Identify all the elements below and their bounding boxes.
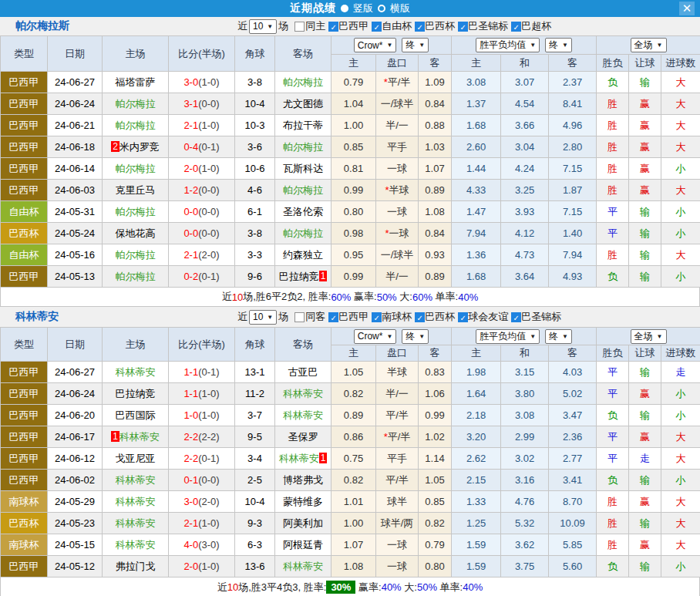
same-venue-checkbox[interactable] xyxy=(294,22,305,32)
league-checkbox[interactable]: ✓ xyxy=(458,312,468,322)
asia-home-odds: 0.82 xyxy=(331,383,376,405)
score: 0-2(0-1) xyxy=(169,266,235,288)
chevron-down-icon: ▼ xyxy=(267,23,273,30)
odds-group-header: 胜平负均值▼终▼ xyxy=(452,328,597,345)
handicap-text: 半/一 xyxy=(385,271,409,282)
fulltime-score: 2-1 xyxy=(183,249,198,261)
match-count-select[interactable]: 10▼ xyxy=(249,19,277,34)
asia-home-odds: 0.95 xyxy=(331,244,376,266)
league-checkbox[interactable]: ✓ xyxy=(511,312,521,322)
bookmaker-select[interactable]: Crow*▼ xyxy=(354,329,397,344)
score: 3-0(1-0) xyxy=(169,72,235,93)
match-date: 24-06-18 xyxy=(48,136,103,158)
score: 0-1(0-0) xyxy=(169,470,235,491)
result-goals: 大 xyxy=(661,244,700,266)
europe-draw-odds: 2.99 xyxy=(501,426,549,448)
asia-final-select[interactable]: 终▼ xyxy=(402,329,429,344)
chevron-down-icon: ▼ xyxy=(419,42,425,49)
league-type-badge: 巴西甲 xyxy=(1,362,48,383)
europe-final-select[interactable]: 终▼ xyxy=(545,38,572,52)
league-checkbox[interactable]: ✓ xyxy=(372,22,382,32)
europe-draw-odds: 3.16 xyxy=(501,470,549,491)
close-icon[interactable]: ✕ xyxy=(679,2,695,15)
odds-group-header: 全场▼ xyxy=(597,36,700,55)
corner-count: 4-6 xyxy=(235,180,275,201)
radio-vertical-selected[interactable] xyxy=(341,5,348,12)
europe-draw-odds: 3.15 xyxy=(501,362,549,383)
dialog-title: 近期战绩 xyxy=(290,2,336,15)
away-team-name: 科林蒂安 xyxy=(279,453,319,464)
corner-count: 10-3 xyxy=(235,115,275,136)
team-filter-bar: 科林蒂安近10▼场同客✓巴西甲✓南球杯✓巴西杯✓球会友谊✓巴圣锦标 xyxy=(0,307,700,327)
home-team-name: 科林蒂安 xyxy=(116,366,156,378)
league-checkbox[interactable]: ✓ xyxy=(415,312,425,322)
europe-away-odds: 3.47 xyxy=(549,405,597,426)
league-type-badge: 巴西甲 xyxy=(1,266,48,288)
result-goals: 小 xyxy=(661,223,700,244)
league-checkbox[interactable]: ✓ xyxy=(458,22,468,32)
section-summary: 近10场,胜6平2负2, 胜率:60% 赢率:50% 大:60% 单率:40% xyxy=(0,288,700,307)
col-result-goals: 进球数 xyxy=(661,345,700,362)
col-home: 主场 xyxy=(103,36,169,72)
col-result-goals: 进球数 xyxy=(661,55,700,72)
scope-select[interactable]: 全场▼ xyxy=(631,329,667,344)
match-row: 巴西甲24-06-182米内罗竞0-4(0-1)3-6帕尔梅拉0.85平手1.0… xyxy=(1,136,700,158)
league-checkbox[interactable]: ✓ xyxy=(328,312,338,322)
handicap-text: 平/半 xyxy=(388,431,411,443)
score: 0-0(0-0) xyxy=(169,201,235,223)
bookmaker-select[interactable]: Crow*▼ xyxy=(354,38,397,52)
radio-horizontal-label[interactable]: 横版 xyxy=(390,2,410,15)
match-date: 24-05-13 xyxy=(48,266,103,288)
corner-count: 9-3 xyxy=(235,513,275,534)
away-team: 尤文图德 xyxy=(275,93,331,115)
match-count-select[interactable]: 10▼ xyxy=(249,310,277,325)
score: 2-1(1-0) xyxy=(169,513,235,534)
result-wdl: 平 xyxy=(597,426,629,448)
europe-avg-select[interactable]: 胜平负均值▼ xyxy=(476,38,540,52)
home-team-name: 米内罗竞 xyxy=(119,141,160,153)
away-team: 阿美利加 xyxy=(275,513,331,534)
result-handicap: 输 xyxy=(629,556,661,577)
away-team-name: 古亚巴 xyxy=(288,366,318,378)
same-venue-checkbox[interactable] xyxy=(294,312,305,322)
score: 3-0(2-0) xyxy=(169,491,235,513)
asia-handicap: 平/半 xyxy=(376,470,419,491)
col-asia-home: 主 xyxy=(331,345,376,362)
europe-final-select[interactable]: 终▼ xyxy=(545,329,572,344)
europe-draw-odds: 3.93 xyxy=(501,201,549,223)
scope-select[interactable]: 全场▼ xyxy=(631,38,667,52)
fulltime-score: 2-1 xyxy=(183,517,198,529)
home-team-name: 帕尔梅拉 xyxy=(116,98,156,109)
away-team: 古亚巴 xyxy=(275,362,331,383)
asia-final-select[interactable]: 终▼ xyxy=(402,38,429,52)
radio-horizontal[interactable] xyxy=(378,5,385,12)
europe-away-odds: 8.70 xyxy=(549,491,597,513)
asia-handicap: 一球 xyxy=(376,556,419,577)
asia-away-odds: 1.09 xyxy=(419,72,452,93)
europe-draw-odds: 3.07 xyxy=(501,72,549,93)
europe-home-odds: 2.15 xyxy=(452,470,501,491)
league-checkbox[interactable]: ✓ xyxy=(415,22,425,32)
score: 3-1(0-0) xyxy=(169,93,235,115)
col-result-wdl: 胜负 xyxy=(597,55,629,72)
match-date: 24-06-14 xyxy=(48,158,103,180)
league-type-badge: 巴西甲 xyxy=(1,405,48,426)
home-team-name: 帕尔梅拉 xyxy=(116,271,156,282)
col-score: 比分(半场) xyxy=(169,36,235,72)
league-checkbox[interactable]: ✓ xyxy=(372,312,382,322)
asia-away-odds: 0.83 xyxy=(419,362,452,383)
summary-stat-value: 50% xyxy=(417,581,437,593)
league-type-badge: 南球杯 xyxy=(1,491,48,513)
col-type: 类型 xyxy=(1,36,48,72)
corner-count: 3-6 xyxy=(235,136,275,158)
radio-vertical-label[interactable]: 竖版 xyxy=(353,2,373,15)
europe-away-odds: 7.15 xyxy=(549,201,597,223)
league-checkbox[interactable]: ✓ xyxy=(511,22,521,32)
asia-home-odds: 0.75 xyxy=(331,448,376,470)
result-wdl: 胜 xyxy=(597,93,629,115)
league-checkbox[interactable]: ✓ xyxy=(328,22,338,32)
corner-count: 10-6 xyxy=(235,158,275,180)
col-corner: 角球 xyxy=(235,328,275,362)
col-asia-handicap: 盘口 xyxy=(376,55,419,72)
europe-avg-select[interactable]: 胜平负均值▼ xyxy=(476,329,540,344)
